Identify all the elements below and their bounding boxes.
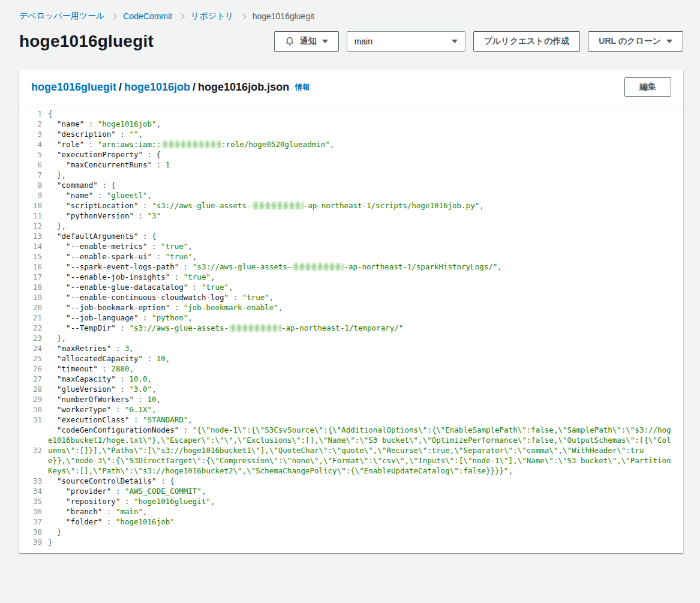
code-line-content: }: [48, 527, 675, 537]
code-line: 21 "--job-language" : "python",: [19, 313, 675, 323]
line-number: 37: [19, 517, 48, 527]
line-number: 35: [19, 496, 48, 506]
line-number: 4: [19, 139, 48, 149]
caret-down-icon: [452, 40, 458, 43]
code-line: 14 "--enable-metrics" : "true",: [19, 241, 675, 251]
line-number: 9: [19, 190, 48, 200]
line-number: 8: [19, 180, 48, 190]
caret-down-icon: [666, 40, 672, 43]
code-line-content: "--enable-job-insights" : "true",: [48, 272, 675, 282]
code-line-content: "maxConcurrentRuns" : 1: [48, 160, 675, 170]
code-line-content: {: [48, 109, 675, 119]
line-number: 28: [19, 384, 48, 394]
code-line-content: "glueVersion" : "3.0",: [48, 384, 675, 394]
clone-url-button[interactable]: URL のクローン: [588, 31, 683, 52]
line-number: 21: [19, 313, 48, 323]
redacted-account-id: [292, 263, 344, 271]
code-line: 23 },: [19, 333, 675, 343]
breadcrumb-developer-tools[interactable]: デベロッパー用ツール: [19, 11, 104, 22]
line-number: 34: [19, 486, 48, 496]
breadcrumb-repositories[interactable]: リポジトリ: [191, 11, 234, 22]
header-actions: 通知 main プルリクエストの作成 URL のクローン: [274, 31, 683, 52]
code-line: 38 }: [19, 527, 675, 537]
line-number: 38: [19, 527, 48, 537]
line-number: 3: [19, 129, 48, 139]
code-line: 11 "pythonVersion" : "3": [19, 211, 675, 221]
code-line-content: "--enable-continuous-cloudwatch-log" : "…: [48, 292, 675, 302]
code-line-content: "branch" : "main",: [48, 506, 675, 517]
code-line-content: "folder" : "hoge1016job": [48, 517, 675, 527]
code-line: 9 "name" : "glueetl",: [19, 190, 675, 200]
notifications-button-label: 通知: [300, 36, 317, 47]
code-line-content: "--job-language" : "python",: [48, 313, 675, 323]
file-card: hoge1016gluegit/hoge1016job/hoge1016job.…: [19, 70, 683, 553]
code-line-content: "defaultArguments" : {: [48, 231, 675, 241]
code-line: 6 "maxConcurrentRuns" : 1: [19, 160, 675, 170]
code-line: 7 },: [19, 170, 675, 180]
code-line-content: "executionClass" : "STANDARD",: [48, 415, 675, 425]
code-line: 33 "sourceControlDetails" : {: [19, 476, 675, 486]
chevron-right-icon: [111, 13, 117, 19]
line-number: 7: [19, 170, 48, 180]
code-line: 4 "role" : "arn:aws:iam:::role/hoge0520g…: [19, 139, 675, 149]
bell-icon: [285, 37, 295, 46]
code-line: 34 "provider" : "AWS_CODE_COMMIT",: [19, 486, 675, 496]
redacted-account-id: [161, 140, 221, 148]
code-line: 12 },: [19, 221, 675, 231]
line-number: 25: [19, 353, 48, 364]
folder-link[interactable]: hoge1016job: [124, 81, 190, 93]
code-line: 32 "codeGenConfigurationNodes" : "{\"nod…: [19, 425, 675, 476]
code-line-content: "command" : {: [48, 180, 675, 190]
line-number: 14: [19, 241, 48, 251]
code-line: 10 "scriptLocation" : "s3://aws-glue-ass…: [19, 200, 675, 211]
line-number: 16: [19, 262, 48, 272]
code-line: 27 "maxCapacity" : 10.0,: [19, 374, 675, 384]
code-line: 20 "--job-bookmark-option" : "job-bookma…: [19, 302, 675, 313]
info-link[interactable]: 情報: [295, 83, 310, 91]
repo-root-link[interactable]: hoge1016gluegit: [31, 81, 116, 93]
code-line-content: "description" : "",: [48, 129, 675, 139]
line-number: 17: [19, 272, 48, 282]
line-number: 32: [19, 425, 48, 476]
code-line-content: "role" : "arn:aws:iam:::role/hoge0520glu…: [48, 139, 675, 149]
code-line: 35 "repository" : "hoge1016gluegit",: [19, 496, 675, 506]
breadcrumb-codecommit[interactable]: CodeCommit: [123, 11, 172, 21]
code-line: 3 "description" : "",: [19, 129, 675, 139]
code-line: 29 "numberOfWorkers" : 10,: [19, 394, 675, 404]
code-line: 15 "--enable-spark-ui" : "true",: [19, 251, 675, 262]
line-number: 26: [19, 364, 48, 374]
line-number: 27: [19, 374, 48, 384]
branch-select[interactable]: main: [347, 31, 465, 52]
breadcrumb: デベロッパー用ツール CodeCommit リポジトリ hoge1016glue…: [0, 0, 700, 22]
code-line: 19 "--enable-continuous-cloudwatch-log" …: [19, 292, 675, 302]
line-number: 31: [19, 415, 48, 425]
path-separator: /: [116, 81, 124, 93]
line-number: 33: [19, 476, 48, 486]
line-number: 18: [19, 282, 48, 292]
code-line-content: "--enable-metrics" : "true",: [48, 241, 675, 251]
notifications-button[interactable]: 通知: [274, 31, 339, 52]
caret-down-icon: [322, 40, 328, 43]
code-line-content: "provider" : "AWS_CODE_COMMIT",: [48, 486, 675, 496]
file-card-header: hoge1016gluegit/hoge1016job/hoge1016job.…: [19, 70, 683, 104]
branch-select-value: main: [354, 37, 372, 46]
code-line-content: },: [48, 333, 675, 343]
line-number: 23: [19, 333, 48, 343]
code-line-content: "allocatedCapacity" : 10,: [48, 353, 675, 364]
code-line: 37 "folder" : "hoge1016job": [19, 517, 675, 527]
page-title: hoge1016gluegit: [19, 32, 154, 51]
code-line-content: "name" : "hoge1016job",: [48, 119, 675, 129]
code-line: 5 "executionProperty" : {: [19, 149, 675, 160]
code-line: 8 "command" : {: [19, 180, 675, 190]
create-pull-request-button[interactable]: プルリクエストの作成: [473, 31, 581, 52]
code-line: 26 "timeout" : 2880,: [19, 364, 675, 374]
line-number: 30: [19, 404, 48, 415]
line-number: 1: [19, 109, 48, 119]
code-line-content: "numberOfWorkers" : 10,: [48, 394, 675, 404]
code-line-content: "--enable-spark-ui" : "true",: [48, 251, 675, 262]
edit-button[interactable]: 編集: [624, 77, 671, 97]
code-line: 22 "--TempDir" : "s3://aws-glue-assets--…: [19, 323, 675, 333]
code-line-content: "maxRetries" : 3,: [48, 343, 675, 353]
line-number: 15: [19, 251, 48, 262]
file-name: hoge1016job.json: [198, 81, 289, 93]
